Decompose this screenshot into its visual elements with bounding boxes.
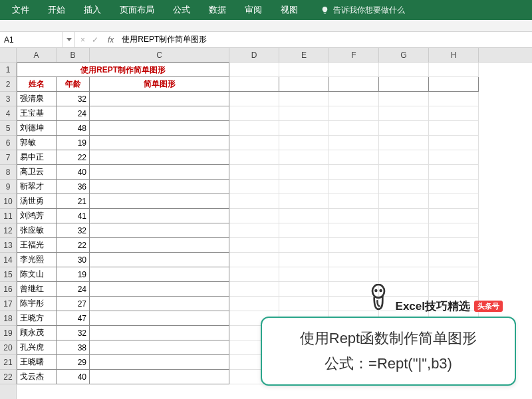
cell[interactable]: 郭敏	[17, 136, 57, 150]
cell[interactable]: 38	[57, 340, 90, 355]
fx-icon[interactable]: fx	[104, 35, 118, 45]
cell[interactable]	[329, 238, 379, 253]
cell[interactable]	[90, 238, 229, 253]
cell[interactable]: 简单图形	[90, 77, 229, 92]
cell[interactable]: 姓名	[17, 77, 57, 92]
cell[interactable]	[379, 121, 429, 136]
cell[interactable]: 王晓曙	[17, 355, 57, 370]
cell[interactable]	[90, 297, 229, 311]
row-header[interactable]: 6	[0, 136, 16, 150]
cell[interactable]: 30	[57, 253, 90, 267]
row-header[interactable]: 12	[0, 223, 16, 238]
cell[interactable]	[379, 63, 429, 77]
cell[interactable]: 40	[57, 165, 90, 180]
cell[interactable]	[329, 253, 379, 267]
row-header[interactable]: 14	[0, 253, 16, 267]
cell[interactable]	[329, 194, 379, 209]
name-box[interactable]: A1	[0, 32, 63, 47]
cell[interactable]	[90, 150, 229, 165]
cell[interactable]	[229, 180, 279, 194]
cell[interactable]	[429, 106, 479, 121]
cell[interactable]	[90, 106, 229, 121]
cell[interactable]: 29	[57, 355, 90, 370]
row-header[interactable]: 8	[0, 165, 16, 180]
cell[interactable]	[379, 194, 429, 209]
tell-me-search[interactable]: 告诉我你想要做什么	[321, 5, 405, 16]
cell[interactable]: 汤世勇	[17, 194, 57, 209]
ribbon-tab-数据[interactable]: 数据	[200, 0, 235, 20]
row-header[interactable]: 13	[0, 238, 16, 253]
row-header[interactable]: 5	[0, 121, 16, 136]
cell[interactable]	[429, 165, 479, 180]
cell[interactable]	[90, 355, 229, 370]
cell[interactable]	[229, 267, 279, 282]
cell[interactable]: 强清泉	[17, 92, 57, 106]
cell[interactable]	[229, 223, 279, 238]
cell[interactable]	[379, 165, 429, 180]
row-header[interactable]: 7	[0, 150, 16, 165]
column-header[interactable]: H	[429, 48, 479, 62]
column-header[interactable]: C	[90, 48, 229, 62]
cell[interactable]	[329, 180, 379, 194]
cell[interactable]	[379, 267, 429, 282]
cell[interactable]: 高卫云	[17, 165, 57, 180]
cell[interactable]	[279, 92, 329, 106]
cell[interactable]	[429, 77, 479, 92]
cell[interactable]	[329, 209, 379, 223]
cell[interactable]	[90, 340, 229, 355]
cell[interactable]: 曾继红	[17, 282, 57, 297]
cell[interactable]: 24	[57, 282, 90, 297]
cell[interactable]	[229, 106, 279, 121]
column-header[interactable]: E	[279, 48, 329, 62]
column-header[interactable]: D	[229, 48, 279, 62]
cell[interactable]	[379, 223, 429, 238]
cell[interactable]: 年龄	[57, 77, 90, 92]
cell[interactable]	[279, 238, 329, 253]
row-header[interactable]: 22	[0, 370, 16, 384]
ribbon-tab-开始[interactable]: 开始	[39, 0, 74, 20]
cell[interactable]: 靳翠才	[17, 180, 57, 194]
cell[interactable]	[379, 253, 429, 267]
cell[interactable]	[329, 77, 379, 92]
cell[interactable]	[379, 238, 429, 253]
cell[interactable]: 19	[57, 267, 90, 282]
cancel-icon[interactable]: ×	[80, 35, 85, 45]
cell[interactable]: 陈文山	[17, 267, 57, 282]
cell[interactable]: 19	[57, 136, 90, 150]
cell[interactable]	[379, 209, 429, 223]
cell[interactable]	[229, 63, 279, 77]
cell[interactable]: 王晓方	[17, 311, 57, 326]
ribbon-tab-插入[interactable]: 插入	[74, 0, 110, 20]
cell[interactable]: 41	[57, 209, 90, 223]
column-header[interactable]: A	[17, 48, 57, 62]
cell[interactable]	[90, 311, 229, 326]
cell[interactable]	[329, 165, 379, 180]
cell[interactable]	[90, 136, 229, 150]
cell[interactable]	[279, 253, 329, 267]
title-cell[interactable]: 使用REPT制作简单图形	[17, 63, 229, 77]
cell[interactable]	[229, 150, 279, 165]
cell[interactable]	[429, 267, 479, 282]
row-header[interactable]: 9	[0, 180, 16, 194]
cell[interactable]	[379, 180, 429, 194]
cell[interactable]	[279, 136, 329, 150]
cell[interactable]	[90, 326, 229, 340]
cell[interactable]: 易中正	[17, 150, 57, 165]
select-all-corner[interactable]	[0, 48, 16, 63]
cell[interactable]	[329, 63, 379, 77]
column-header[interactable]: G	[379, 48, 429, 62]
cell[interactable]	[279, 165, 329, 180]
cell[interactable]	[429, 253, 479, 267]
cell[interactable]	[279, 194, 329, 209]
cell[interactable]: 32	[57, 92, 90, 106]
cell[interactable]: 李光熙	[17, 253, 57, 267]
row-header[interactable]: 17	[0, 297, 16, 311]
cell[interactable]	[279, 121, 329, 136]
cell[interactable]	[429, 92, 479, 106]
ribbon-tab-页面布局[interactable]: 页面布局	[110, 0, 164, 20]
cell[interactable]	[90, 282, 229, 297]
cell[interactable]	[329, 121, 379, 136]
cell[interactable]: 32	[57, 223, 90, 238]
cell[interactable]	[229, 136, 279, 150]
cell[interactable]: 王福光	[17, 238, 57, 253]
